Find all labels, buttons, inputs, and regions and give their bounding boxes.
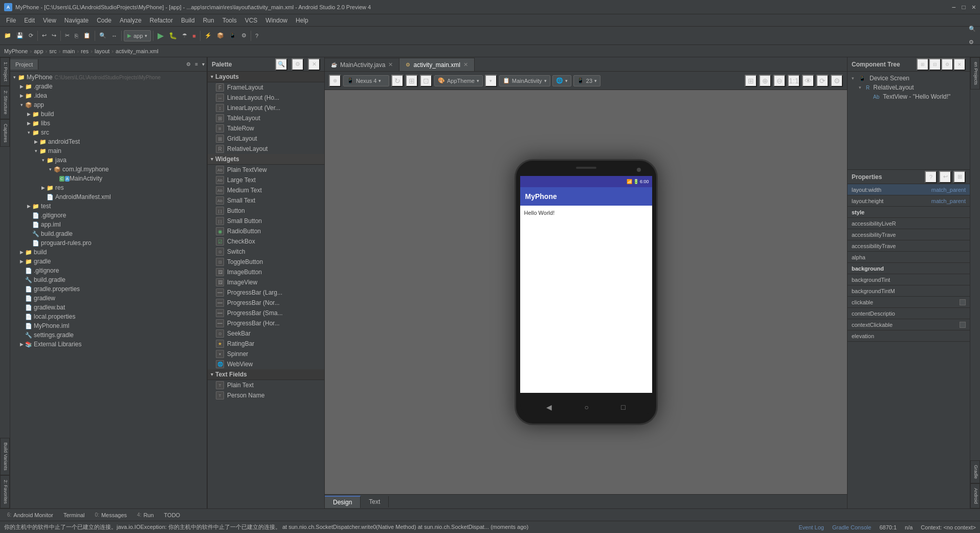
palette-item-plain-text[interactable]: T Plain Text — [208, 380, 324, 390]
gradle-console-link[interactable]: Gradle Console — [832, 524, 871, 530]
event-log-link[interactable]: Event Log — [798, 524, 824, 530]
tree-item-proguard[interactable]: ▶ 📄 proguard-rules.pro — [10, 238, 207, 248]
palette-close-button[interactable]: ✕ — [308, 58, 320, 71]
breadcrumb-main[interactable]: main — [63, 48, 75, 54]
palette-item-tablerow[interactable]: ≡ TableRow — [208, 123, 324, 134]
breadcrumb-src[interactable]: src — [49, 48, 57, 54]
palette-item-small-text[interactable]: Ab Small Text — [208, 195, 324, 206]
prop-accessibility-trave2[interactable]: accessibilityTrave — [848, 240, 970, 252]
rotate-button[interactable]: ↻ — [391, 75, 404, 87]
prop-elevation[interactable]: elevation — [848, 330, 970, 342]
breadcrumb-myphone[interactable]: MyPhone — [4, 48, 28, 54]
tab-terminal[interactable]: Terminal — [58, 511, 90, 519]
menu-tools[interactable]: Tools — [218, 16, 241, 25]
favorites-side-label[interactable]: 2: Favorites — [0, 475, 10, 508]
stop-button[interactable]: ■ — [190, 29, 198, 42]
layout-settings-button[interactable]: ⚙ — [831, 75, 843, 87]
paste-button[interactable]: 📋 — [81, 29, 93, 42]
prop-layout-height[interactable]: layout:height match_parent — [848, 195, 970, 207]
tree-item-settings-gradle[interactable]: ▶ 🔧 settings.gradle — [10, 330, 207, 340]
palette-item-plain-textview[interactable]: Ab Plain TextView — [208, 165, 324, 175]
tree-item-gitignore-root[interactable]: ▶ 📄 .gitignore — [10, 266, 207, 275]
tree-item-gradlew-bat[interactable]: ▶ 📄 gradlew.bat — [10, 303, 207, 312]
project-tab[interactable]: Project — [10, 59, 38, 70]
redo-button[interactable]: ↪ — [50, 29, 58, 42]
palette-item-ratingbar[interactable]: ★ RatingBar — [208, 339, 324, 349]
design-toggle-button[interactable]: ⊕ — [329, 75, 341, 87]
palette-item-seekbar[interactable]: ⊙ SeekBar — [208, 328, 324, 339]
menu-help[interactable]: Help — [292, 16, 313, 25]
tree-item-gradle-hidden[interactable]: ▶ 📁 .gradle — [10, 82, 207, 91]
menu-view[interactable]: View — [39, 16, 60, 25]
menu-vcs[interactable]: VCS — [241, 16, 262, 25]
preview-button[interactable]: 👁 — [802, 75, 814, 87]
palette-item-medium-text[interactable]: Ab Medium Text — [208, 185, 324, 195]
tab-run[interactable]: 4: Run — [132, 511, 159, 519]
tree-item-gradlew[interactable]: ▶ 📄 gradlew — [10, 294, 207, 303]
replace-button[interactable]: ↔ — [109, 29, 119, 42]
tree-item-mainactivity[interactable]: ▶ C A MainActivity — [10, 174, 207, 183]
tab-todo[interactable]: TODO — [159, 511, 186, 519]
minimize-button[interactable]: − — [951, 3, 955, 11]
tab-activity-main-xml[interactable]: ⚙ activity_main.xml ✕ — [399, 58, 474, 71]
palette-section-widgets[interactable]: ▾ Widgets — [208, 154, 324, 165]
properties-undo-button[interactable]: ↩ — [939, 171, 951, 183]
tree-item-app[interactable]: ▾ 📦 app — [10, 100, 207, 109]
palette-item-linearlayout-v[interactable]: ↕ LinearLayout (Ver... — [208, 103, 324, 113]
tree-item-build-gradle-root[interactable]: ▶ 🔧 build.gradle — [10, 275, 207, 284]
palette-item-large-text[interactable]: Ab Large Text — [208, 175, 324, 185]
undo-button[interactable]: ↩ — [40, 29, 49, 42]
tree-item-res[interactable]: ▶ 📁 res — [10, 183, 207, 192]
properties-filter-button[interactable]: ⊞ — [953, 171, 966, 183]
api-dropdown[interactable]: 📱 23 ▾ — [573, 75, 600, 86]
palette-item-framelayout[interactable]: F FrameLayout — [208, 82, 324, 93]
settings-gear-button[interactable]: ⚙ — [967, 36, 976, 49]
device-dropdown[interactable]: 📱 Nexus 4 ▾ — [343, 75, 389, 86]
tree-item-build-app[interactable]: ▶ 📁 build — [10, 109, 207, 119]
palette-item-tablelayout[interactable]: ⊞ TableLayout — [208, 113, 324, 123]
palette-item-progressbar-normal[interactable]: ━━ ProgressBar (Nor... — [208, 298, 324, 308]
save-button[interactable]: 💾 — [14, 29, 26, 42]
locale-dropdown[interactable]: 🌐 ▾ — [552, 75, 571, 86]
tree-item-build-gradle-app[interactable]: ▶ 🔧 build.gradle — [10, 229, 207, 238]
breadcrumb-file[interactable]: activity_main.xml — [116, 48, 159, 54]
palette-item-progressbar-small[interactable]: ━━ ProgressBar (Sma... — [208, 308, 324, 318]
tree-item-package[interactable]: ▾ 📦 com.lgl.myphone — [10, 165, 207, 174]
prop-background-tint-m[interactable]: backgroundTintM — [848, 285, 970, 297]
component-relativelayout[interactable]: ▾ R RelativeLayout — [852, 83, 966, 92]
project-settings-button[interactable]: ⚙ — [184, 58, 193, 71]
component-tree-close-button[interactable]: ✕ — [953, 58, 966, 71]
tree-item-androidtest[interactable]: ▶ 📁 androidTest — [10, 137, 207, 146]
properties-help-button[interactable]: ? — [925, 171, 937, 183]
theme-dropdown[interactable]: 🎨 AppTheme ▾ — [434, 75, 483, 86]
palette-item-small-button[interactable]: [ ] Small Button — [208, 216, 324, 226]
tree-item-ext-libs[interactable]: ▶ 📚 External Libraries — [10, 340, 207, 349]
palette-settings-button[interactable]: ⚙ — [292, 58, 304, 71]
prop-layout-width[interactable]: layout:width match_parent — [848, 184, 970, 195]
prop-accessibility-live[interactable]: accessibilityLiveR — [848, 218, 970, 229]
menu-run[interactable]: Run — [199, 16, 218, 25]
zoom-reset-button[interactable]: 1:1 — [788, 75, 800, 87]
tree-item-manifest[interactable]: ▶ 📄 AndroidManifest.xml — [10, 192, 207, 202]
zoom-fit-button[interactable]: ⊞ — [745, 75, 757, 87]
sdk-manager-button[interactable]: 📦 — [215, 29, 226, 42]
palette-item-webview[interactable]: 🌐 WebView — [208, 359, 324, 369]
palette-section-textfields[interactable]: ▾ Text Fields — [208, 369, 324, 380]
palette-item-radiobutton[interactable]: ◉ RadioButton — [208, 226, 324, 236]
zoom-button[interactable]: ⊞ — [406, 75, 418, 87]
app-selector-dropdown[interactable]: ▶ app ▾ — [124, 30, 151, 41]
theme-settings-button[interactable]: ▾ — [485, 75, 497, 87]
tree-item-main[interactable]: ▾ 📁 main — [10, 146, 207, 156]
palette-search-button[interactable]: 🔍 — [275, 58, 287, 71]
prop-style[interactable]: style — [848, 207, 970, 218]
breadcrumb-layout[interactable]: layout — [95, 48, 109, 54]
find-button[interactable]: 🔍 — [97, 29, 108, 42]
menu-navigate[interactable]: Navigate — [60, 16, 93, 25]
palette-item-progressbar-horiz[interactable]: ━━ ProgressBar (Hor... — [208, 318, 324, 328]
palette-item-relativelayout[interactable]: R RelativeLayout — [208, 144, 324, 154]
nav-recents-button[interactable]: □ — [621, 403, 625, 411]
palette-item-imagebutton[interactable]: 🖼 ImageButton — [208, 267, 324, 277]
search-everywhere-button[interactable]: 🔍 — [967, 23, 978, 36]
palette-item-gridlayout[interactable]: ⊞ GridLayout — [208, 134, 324, 144]
tab-mainactivity-java[interactable]: ☕ MainActivity.java ✕ — [325, 58, 399, 71]
